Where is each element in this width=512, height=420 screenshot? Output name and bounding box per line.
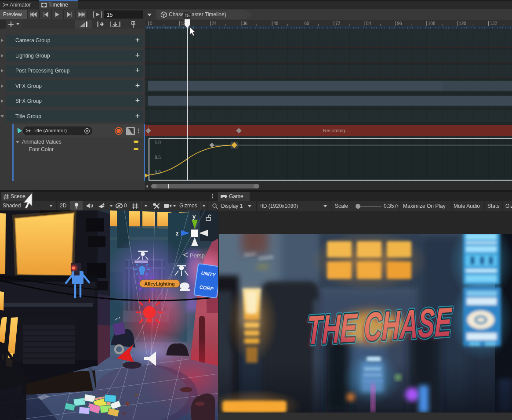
svg-text:108: 108 [428, 21, 436, 26]
svg-text:z: z [176, 230, 179, 237]
svg-text:120: 120 [459, 21, 466, 26]
svg-text:48: 48 [273, 21, 279, 26]
svg-text:84: 84 [366, 21, 371, 26]
svg-text:0.0: 0.0 [155, 170, 161, 175]
svg-text:1.0: 1.0 [155, 140, 161, 145]
svg-text:72: 72 [335, 21, 341, 26]
svg-text:24: 24 [212, 21, 217, 26]
svg-text:Persp: Persp [190, 252, 205, 259]
svg-text:60: 60 [305, 21, 310, 26]
svg-text:0: 0 [150, 21, 153, 26]
svg-text:0.5: 0.5 [155, 155, 161, 160]
svg-text:36: 36 [243, 21, 248, 26]
svg-text:y: y [192, 213, 196, 220]
svg-text:132: 132 [490, 21, 497, 26]
svg-text:96: 96 [397, 21, 403, 26]
svg-text:AlleyLighting: AlleyLighting [144, 281, 175, 286]
